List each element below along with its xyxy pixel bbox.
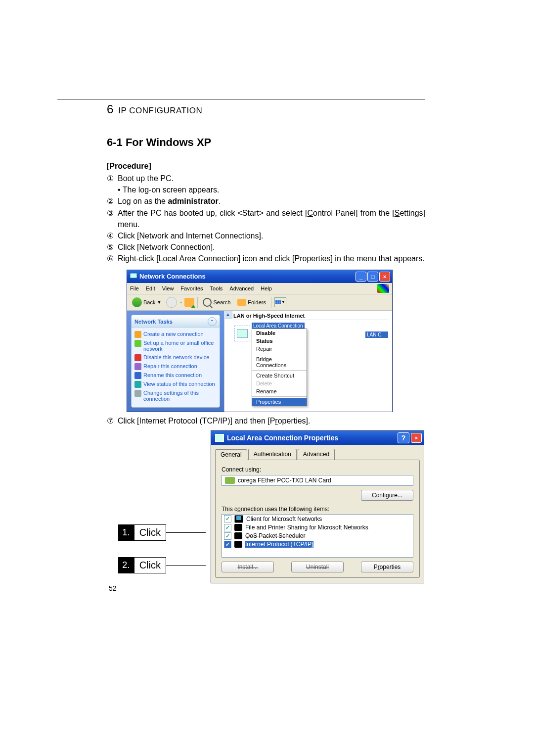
menu-help[interactable]: Help — [261, 285, 272, 291]
ctx-shortcut[interactable]: Create Shortcut — [252, 372, 307, 379]
adapter-name: corega FEther PCC-TXD LAN Card — [238, 477, 331, 484]
search-icon — [203, 298, 212, 307]
network-icon — [130, 273, 137, 280]
help-button[interactable]: ? — [398, 432, 409, 443]
section-title: 6-1 For Windows XP — [107, 136, 425, 149]
monitor-icon — [234, 515, 243, 523]
item-tcpip[interactable]: ✓ Internet Protocol (TCP/IP) — [222, 540, 413, 549]
printer-icon — [234, 524, 242, 531]
window-titlebar[interactable]: Network Connections _ □ × — [127, 270, 392, 283]
menu-favorites[interactable]: Favorites — [180, 285, 203, 291]
svg-rect-0 — [130, 273, 137, 278]
group-header: LAN or High-Speed Internet — [233, 313, 388, 319]
menu-view[interactable]: View — [162, 285, 174, 291]
task-rename[interactable]: Rename this connection — [134, 371, 217, 380]
button-row: Install... Uninstall Properties — [222, 562, 413, 572]
callouts: 1. Click 2. Click — [57, 430, 206, 579]
back-icon — [132, 297, 142, 307]
checkbox[interactable]: ✓ — [224, 515, 231, 522]
tasks-panel: Network Tasks ⌃ Create a new connection … — [127, 311, 224, 412]
ctx-rename[interactable]: Rename — [252, 387, 307, 395]
callout-1: 1. Click — [118, 524, 166, 541]
task-disable[interactable]: Disable this network device — [134, 353, 217, 362]
chapter-title: IP CONFIGURATION — [118, 106, 202, 116]
tab-row: General Authentication Advanced — [211, 445, 424, 460]
views-button[interactable]: ▼ — [274, 297, 286, 307]
search-button[interactable]: Search — [201, 297, 232, 308]
menu-advanced[interactable]: Advanced — [229, 285, 254, 291]
task-icon — [134, 363, 141, 370]
ctx-status[interactable]: Status — [252, 337, 307, 345]
lan-connection-icon[interactable] — [234, 326, 250, 341]
ctx-repair[interactable]: Repair — [252, 345, 307, 353]
chapter-number: 6 — [107, 102, 113, 116]
close-button[interactable]: × — [411, 433, 422, 443]
checkbox[interactable]: ✓ — [224, 541, 231, 548]
item-fileprint[interactable]: ✓ File and Printer Sharing for Microsoft… — [222, 523, 413, 532]
forward-button[interactable] — [166, 297, 177, 308]
window-title: Network Connections — [139, 273, 356, 280]
screenshot-network-connections: Network Connections _ □ × File Edit View… — [127, 270, 393, 412]
task-setup[interactable]: Set up a home or small office network — [134, 339, 217, 353]
ctx-disable[interactable]: Disable — [252, 329, 307, 337]
task-icon — [134, 381, 141, 388]
collapse-icon[interactable]: ⌃ — [208, 317, 217, 326]
item-client[interactable]: ✓ Client for Microsoft Networks — [222, 515, 413, 523]
folders-button[interactable]: Folders — [235, 298, 268, 307]
checkbox[interactable]: ✓ — [224, 524, 231, 531]
checkbox[interactable]: ✓ — [224, 532, 231, 540]
step-7: Click [Internet Protocol (TCP/IP)] and t… — [118, 415, 425, 426]
ctx-bridge[interactable]: Bridge Connections — [252, 355, 307, 369]
tab-panel: Connect using: corega FEther PCC-TXD LAN… — [215, 460, 420, 578]
task-icon — [134, 340, 141, 347]
steps-block: ①Boot up the PC. • The log-on screen app… — [107, 173, 425, 265]
items-label: This connection uses the following items… — [222, 506, 413, 513]
windows-logo-icon — [377, 284, 389, 293]
task-icon — [134, 354, 141, 361]
main-area: ▲ LAN or High-Speed Internet Local Area … — [224, 311, 392, 412]
scroll-up-icon[interactable]: ▲ — [224, 311, 232, 319]
back-button[interactable]: Back ▼ — [130, 296, 163, 308]
step-3: After the PC has booted up, click <Start… — [118, 207, 425, 230]
chapter-header: 6 IP CONFIGURATION — [57, 99, 425, 116]
task-status[interactable]: View status of this connection — [134, 380, 217, 389]
step-2: Log on as the administrator. — [118, 195, 425, 207]
menu-edit[interactable]: Edit — [146, 285, 155, 291]
step-6: Right-click [Local Area Connection] icon… — [118, 253, 425, 264]
maximize-button[interactable]: □ — [367, 272, 378, 282]
step-5: Click [Network Connection]. — [118, 241, 425, 253]
uninstall-button[interactable]: Uninstall — [291, 562, 344, 572]
configure-button[interactable]: Configure... — [361, 490, 413, 501]
menu-tools[interactable]: Tools — [210, 285, 223, 291]
tab-advanced[interactable]: Advanced — [298, 449, 335, 460]
up-button[interactable] — [184, 298, 194, 307]
install-button[interactable]: Install... — [222, 562, 274, 572]
callout-2: 2. Click — [118, 557, 166, 573]
scheduler-icon — [234, 532, 242, 539]
procedure-label: [Procedure] — [107, 162, 425, 171]
tab-general[interactable]: General — [215, 449, 247, 460]
properties-button[interactable]: Properties — [361, 562, 413, 572]
tab-authentication[interactable]: Authentication — [248, 449, 297, 460]
items-list: ✓ Client for Microsoft Networks ✓ File a… — [222, 514, 413, 558]
toolbar: Back ▼ · Search Folders ▼ — [127, 294, 392, 311]
dialog-icon — [215, 434, 224, 442]
minimize-button[interactable]: _ — [356, 272, 366, 282]
task-icon — [134, 331, 141, 338]
folders-icon — [237, 299, 246, 306]
task-icon — [134, 372, 141, 379]
task-repair[interactable]: Repair this connection — [134, 362, 217, 371]
menubar: File Edit View Favorites Tools Advanced … — [127, 283, 392, 294]
tasks-panel-header[interactable]: Network Tasks ⌃ — [132, 315, 220, 328]
dialog-titlebar[interactable]: Local Area Connection Properties ? × — [211, 431, 424, 445]
ctx-properties[interactable]: Properties — [252, 398, 307, 406]
task-create[interactable]: Create a new connection — [134, 330, 217, 339]
step-1-sub: • The log-on screen appears. — [118, 184, 425, 195]
step-1: Boot up the PC. — [118, 173, 425, 184]
close-button[interactable]: × — [379, 272, 390, 282]
steps-block-2: ⑦Click [Internet Protocol (TCP/IP)] and … — [107, 415, 425, 426]
item-qos[interactable]: ✓ QoS Packet Scheduler — [222, 532, 413, 540]
task-change[interactable]: Change settings of this connection — [134, 389, 217, 403]
step-4: Click [Network and Internet Connections]… — [118, 230, 425, 241]
menu-file[interactable]: File — [130, 285, 139, 291]
